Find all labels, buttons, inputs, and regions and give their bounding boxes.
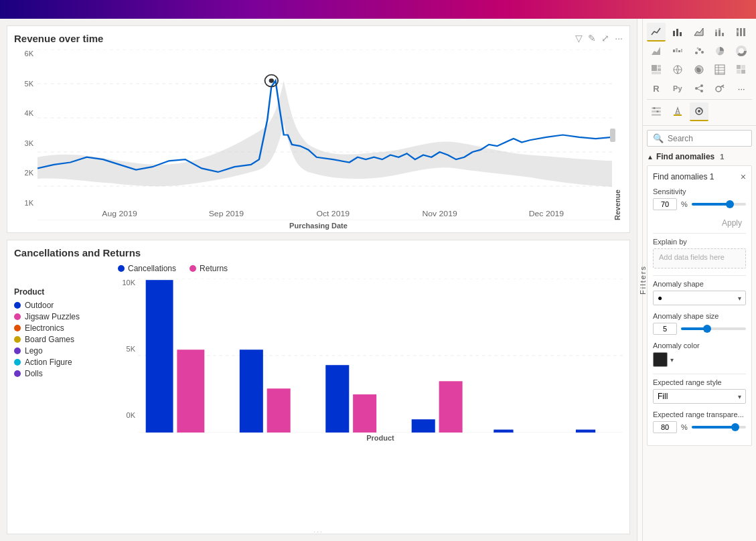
anomaly-color-swatch[interactable] (653, 352, 668, 367)
viz-icon-analytics[interactable] (690, 102, 708, 121)
product-name-outdoor: Outdoor (25, 301, 54, 310)
svg-rect-63 (741, 70, 745, 74)
bar-electronics-cancellations (240, 350, 263, 433)
apply-button[interactable]: Apply (718, 217, 746, 229)
svg-rect-34 (740, 28, 742, 36)
legend-returns-label: Returns (200, 264, 228, 273)
viz-icon-treemap[interactable] (647, 60, 666, 79)
viz-icon-100pct[interactable]: % (732, 23, 751, 42)
expected-range-style-dropdown[interactable]: Fill ▾ (653, 389, 746, 404)
revenue-chart-plot: Aug 2019 Sep 2019 Oct 2019 Nov 2019 Dec … (37, 50, 612, 220)
sensitivity-label: Sensitivity (653, 187, 746, 196)
viz-icon-matrix[interactable] (732, 60, 751, 79)
chevron-icon[interactable]: ▲ (647, 153, 654, 161)
viz-icon-r-visual[interactable]: R (647, 79, 666, 98)
expected-range-transparency-input[interactable] (653, 421, 677, 433)
sensitivity-thumb[interactable] (726, 200, 734, 208)
viz-icon-python[interactable]: Py (668, 79, 687, 98)
expected-range-transparency-label: Expected range transpare... (653, 410, 746, 418)
bottom-resize-handle[interactable]: ··· (309, 530, 329, 534)
anomaly-size-track[interactable] (681, 327, 746, 330)
bar-jigsaw-returns (353, 394, 376, 433)
viz-icon-linechart[interactable] (647, 23, 666, 42)
viz-icon-scatter[interactable] (690, 42, 708, 60)
close-button[interactable]: × (741, 171, 746, 182)
viz-grid-row1: % (647, 23, 752, 42)
explain-by-dropzone[interactable]: Add data fields here (653, 248, 746, 268)
product-dot-actionfigure (14, 359, 21, 366)
sensitivity-track[interactable] (692, 203, 746, 206)
anomaly-card: Find anomalies 1 × Sensitivity % (647, 165, 752, 446)
bar-boardgames-cancellations (412, 419, 435, 433)
expected-range-transparency-thumb[interactable] (731, 423, 739, 431)
viz-icon-waterfall[interactable] (668, 42, 687, 60)
viz-icon-map[interactable] (668, 60, 687, 79)
svg-text:Sep 2019: Sep 2019 (209, 210, 244, 218)
bar-electronics-returns (267, 388, 291, 433)
product-item-electronics: Electronics (14, 323, 80, 333)
product-name-lego: Lego (25, 346, 43, 356)
svg-point-66 (695, 87, 698, 90)
color-dropdown-arrow[interactable]: ▾ (670, 356, 674, 364)
svg-point-76 (657, 110, 659, 112)
svg-rect-24 (651, 26, 662, 37)
viz-icon-slicer[interactable] (647, 102, 666, 121)
explain-by-label: Explain by (653, 238, 746, 246)
viz-icon-filled-map[interactable] (690, 60, 708, 79)
bar-chart-area: 10K 5K 0K (118, 279, 623, 433)
svg-point-68 (700, 90, 703, 92)
viz-icon-areachart[interactable] (690, 23, 708, 42)
edit-icon[interactable]: ✎ (587, 31, 597, 45)
viz-icon-donut[interactable] (732, 42, 751, 60)
viz-icon-stackedbar[interactable] (710, 23, 729, 42)
filters-toggle[interactable]: Filters (637, 19, 642, 541)
anomaly-size-thumb[interactable] (703, 325, 711, 333)
filter-icon[interactable]: ▽ (574, 31, 584, 45)
bar-chart-plot: Outdoor Electronics Jigsaw Puzzles Board… (138, 279, 623, 433)
bar-svg: Outdoor Electronics Jigsaw Puzzles Board… (138, 279, 623, 433)
anomaly-size-setting: Anomaly shape size (653, 312, 746, 335)
svg-text:Oct 2019: Oct 2019 (316, 210, 350, 218)
svg-rect-50 (658, 68, 661, 71)
sensitivity-slider-row: % (653, 198, 746, 210)
expected-range-transparency-track[interactable] (692, 426, 746, 429)
top-bar (0, 0, 756, 19)
viz-icon-pie[interactable] (710, 42, 729, 60)
y-label-1k: 1K (14, 199, 33, 207)
svg-point-7 (269, 78, 274, 83)
expected-range-style-setting: Expected range style Fill ▾ (653, 378, 746, 404)
svg-rect-25 (673, 31, 675, 36)
svg-point-75 (654, 107, 656, 109)
search-box[interactable]: 🔍 (647, 130, 752, 147)
anomaly-size-label: Anomaly shape size (653, 312, 746, 320)
product-item-outdoor: Outdoor (14, 301, 80, 310)
y-label-2k: 2K (14, 169, 33, 177)
svg-rect-38 (676, 48, 678, 52)
svg-point-41 (695, 52, 698, 54)
product-item-dolls: Dolls (14, 369, 80, 378)
viz-icon-ribbon[interactable] (647, 42, 666, 60)
sensitivity-pct: % (681, 200, 688, 208)
x-axis-label-revenue: Purchasing Date (14, 222, 623, 230)
svg-rect-26 (676, 29, 678, 36)
bar-jigsaw-cancellations (325, 365, 349, 433)
anomaly-shape-dropdown[interactable]: ● ▾ (653, 291, 746, 305)
svg-rect-40 (681, 49, 682, 52)
more-icon[interactable]: ··· (613, 31, 624, 45)
anomaly-size-input[interactable] (653, 323, 677, 335)
svg-rect-37 (673, 50, 675, 52)
viz-icon-key-influencers[interactable] (710, 79, 729, 98)
viz-grid-row5 (647, 99, 752, 121)
sensitivity-setting: Sensitivity % (653, 187, 746, 210)
viz-icon-format[interactable] (668, 102, 687, 121)
sensitivity-input[interactable] (653, 198, 677, 210)
expand-icon[interactable]: ⤢ (600, 31, 611, 45)
find-anomalies-count: 1 (720, 153, 724, 161)
viz-icon-decomp-tree[interactable] (690, 79, 708, 98)
viz-icon-barchart[interactable] (668, 23, 687, 42)
search-input[interactable] (668, 134, 746, 143)
viz-icon-table[interactable] (710, 60, 729, 79)
chart-legend: Cancellations Returns (118, 264, 623, 273)
viz-icon-more-visuals[interactable]: ··· (732, 79, 751, 98)
product-dot-dolls (14, 370, 21, 377)
